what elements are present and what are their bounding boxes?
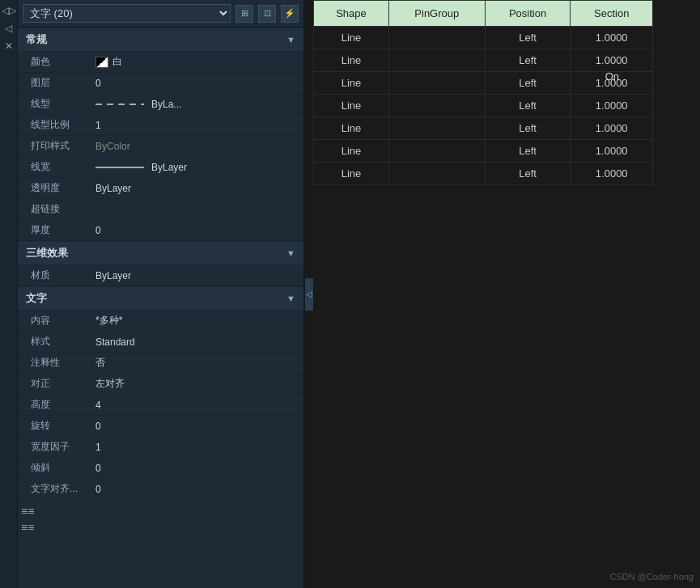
prop-value-rotation[interactable]: 0 bbox=[91, 417, 303, 435]
cell-position: Left bbox=[485, 95, 571, 117]
prop-value-transparency[interactable]: ByLayer bbox=[91, 180, 303, 197]
cell-position: Left bbox=[485, 49, 571, 72]
prop-row-widthfactor: 宽度因子 1 bbox=[18, 437, 303, 458]
prop-value-color[interactable]: 白 bbox=[91, 52, 303, 72]
prop-value-linetypescale[interactable]: 1 bbox=[91, 116, 303, 134]
col-header-pingroup: PinGroup bbox=[388, 1, 485, 27]
prop-row-thickness: 厚度 0 bbox=[18, 220, 303, 241]
table-row: Line Left 1.0000 bbox=[314, 49, 653, 72]
prop-label-linetype: 线型 bbox=[18, 94, 91, 114]
prop-label-style: 样式 bbox=[18, 332, 91, 352]
prop-value-thickness[interactable]: 0 bbox=[91, 222, 303, 239]
prop-label-hyperlink: 超链接 bbox=[18, 199, 91, 219]
text-section-label: 文字 bbox=[26, 291, 47, 306]
prop-label-thickness: 厚度 bbox=[18, 220, 91, 240]
prop-row-textalign: 文字对齐... 0 bbox=[18, 479, 303, 500]
prop-row-linetypescale: 线型比例 1 bbox=[18, 115, 303, 136]
prop-value-hyperlink[interactable] bbox=[91, 206, 303, 213]
prop-row-layer: 图层 0 bbox=[18, 73, 303, 94]
data-table-wrapper: Shape PinGroup Position Section Line Lef… bbox=[313, 0, 700, 588]
collapse-handle[interactable]: ◁ bbox=[305, 278, 313, 311]
text-section-arrow: ▼ bbox=[286, 294, 295, 303]
prop-value-content[interactable]: *多种* bbox=[91, 311, 303, 331]
prop-value-linetype[interactable]: ByLa... bbox=[91, 95, 303, 113]
linewidth-solid-icon bbox=[95, 167, 144, 168]
cell-pingroup bbox=[388, 95, 485, 117]
prop-row-hyperlink: 超链接 bbox=[18, 199, 303, 220]
data-table: Shape PinGroup Position Section Line Lef… bbox=[313, 0, 653, 185]
left-icon-2[interactable]: ◁ bbox=[5, 23, 12, 34]
text-section-header[interactable]: 文字 ▼ bbox=[18, 286, 303, 311]
prop-label-widthfactor: 宽度因子 bbox=[18, 437, 91, 457]
cell-shape: Line bbox=[314, 27, 389, 49]
cell-pingroup bbox=[388, 140, 485, 163]
prop-label-height: 高度 bbox=[18, 395, 91, 415]
prop-label-transparency: 透明度 bbox=[18, 178, 91, 198]
prop-value-annotative[interactable]: 否 bbox=[91, 353, 303, 373]
general-section-arrow: ▼ bbox=[286, 35, 295, 44]
prop-row-transparency: 透明度 ByLayer bbox=[18, 178, 303, 199]
prop-row-oblique: 倾斜 0 bbox=[18, 458, 303, 479]
cell-shape: Line bbox=[314, 140, 389, 163]
linetype-dash-icon bbox=[95, 104, 144, 105]
left-icon-1[interactable]: ◁▷ bbox=[2, 5, 16, 16]
cell-pingroup bbox=[388, 72, 485, 95]
prop-row-rotation: 旋转 0 bbox=[18, 416, 303, 437]
general-section-label: 常规 bbox=[26, 32, 47, 47]
prop-label-content: 内容 bbox=[18, 311, 91, 331]
cell-shape: Line bbox=[314, 163, 389, 185]
object-type-dropdown[interactable]: 文字 (20) bbox=[23, 4, 231, 23]
cell-section: 1.0000 bbox=[571, 95, 653, 117]
prop-row-color: 颜色 白 bbox=[18, 52, 303, 73]
table-row: Line Left 1.0000 bbox=[314, 95, 653, 117]
prop-row-linetype: 线型 ByLa... bbox=[18, 94, 303, 115]
watermark: CSDN @Coder-hong bbox=[610, 572, 694, 582]
general-section-header[interactable]: 常规 ▼ bbox=[18, 27, 303, 52]
bottom-icon-1[interactable]: ≡≡ bbox=[21, 505, 34, 518]
prop-row-content: 内容 *多种* bbox=[18, 311, 303, 332]
cell-section: 1.0000 bbox=[571, 163, 653, 185]
prop-label-color: 颜色 bbox=[18, 52, 91, 72]
prop-value-widthfactor[interactable]: 1 bbox=[91, 438, 303, 456]
color-swatch bbox=[95, 57, 108, 68]
prop-label-textalign: 文字对齐... bbox=[18, 479, 91, 499]
prop-label-printstyle: 打印样式 bbox=[18, 136, 91, 156]
cell-position: Left bbox=[485, 72, 571, 95]
prop-row-justify: 对正 左对齐 bbox=[18, 374, 303, 395]
cell-shape: Line bbox=[314, 117, 389, 140]
prop-value-style[interactable]: Standard bbox=[91, 333, 303, 351]
grid-button[interactable]: ⊞ bbox=[235, 5, 253, 23]
table-row: Line Left 1.0000 bbox=[314, 163, 653, 185]
prop-value-justify[interactable]: 左对齐 bbox=[91, 374, 303, 394]
select-button[interactable]: ⊡ bbox=[258, 5, 276, 23]
table-row: Line Left 1.0000 bbox=[314, 72, 653, 95]
cell-section: 1.0000 bbox=[571, 117, 653, 140]
cell-shape: Line bbox=[314, 72, 389, 95]
prop-label-justify: 对正 bbox=[18, 374, 91, 394]
prop-row-style: 样式 Standard bbox=[18, 332, 303, 353]
prop-label-linetypescale: 线型比例 bbox=[18, 115, 91, 135]
bottom-icon-2[interactable]: ≡≡ bbox=[21, 521, 34, 534]
threed-section-header[interactable]: 三维效果 ▼ bbox=[18, 241, 303, 265]
prop-value-height[interactable]: 4 bbox=[91, 396, 303, 414]
col-header-shape: Shape bbox=[314, 1, 389, 27]
prop-row-linewidth: 线宽 ByLayer bbox=[18, 157, 303, 178]
prop-label-rotation: 旋转 bbox=[18, 416, 91, 436]
prop-value-material[interactable]: ByLayer bbox=[91, 267, 303, 285]
prop-value-layer[interactable]: 0 bbox=[91, 74, 303, 92]
prop-value-oblique[interactable]: 0 bbox=[91, 459, 303, 477]
cell-position: Left bbox=[485, 163, 571, 185]
prop-label-material: 材质 bbox=[18, 265, 91, 286]
left-icon-3[interactable]: ✕ bbox=[5, 40, 13, 52]
filter-button[interactable]: ⚡ bbox=[281, 5, 299, 23]
table-row: Line Left 1.0000 bbox=[314, 117, 653, 140]
cell-position: Left bbox=[485, 117, 571, 140]
cell-section: 1.0000 bbox=[571, 140, 653, 163]
prop-row-annotative: 注释性 否 bbox=[18, 353, 303, 374]
cell-position: Left bbox=[485, 140, 571, 163]
right-panel: ◁ On Shape PinGroup Position Section Lin… bbox=[305, 0, 700, 588]
prop-value-printstyle[interactable]: ByColor bbox=[91, 137, 303, 155]
prop-value-linewidth[interactable]: ByLayer bbox=[91, 159, 303, 176]
cell-section: 1.0000 bbox=[571, 27, 653, 49]
prop-value-textalign[interactable]: 0 bbox=[91, 480, 303, 498]
